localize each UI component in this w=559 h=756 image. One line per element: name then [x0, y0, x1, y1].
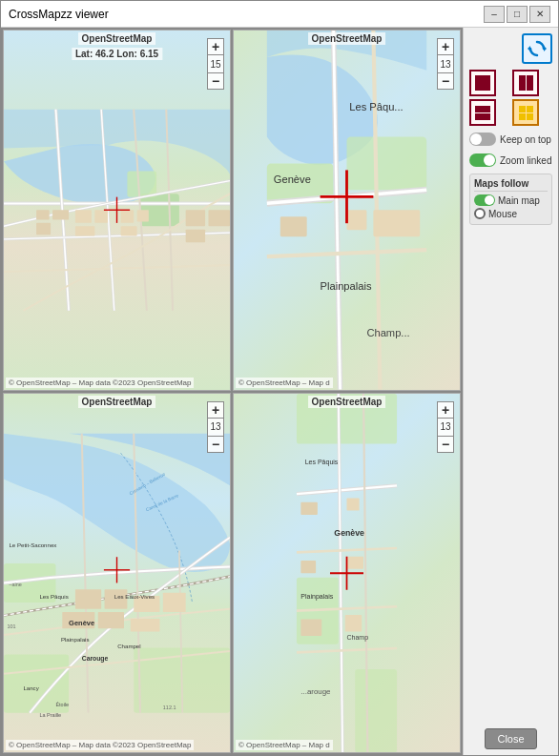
map2-zoom-level: 13 [437, 55, 454, 72]
svg-marker-98 [544, 46, 547, 51]
svg-text:Plainpalais: Plainpalais [300, 592, 333, 600]
svg-line-78 [297, 485, 397, 494]
layout-1x2-button[interactable] [512, 70, 539, 96]
map4-attribution: © OpenStreetMap – Map d [236, 740, 333, 750]
svg-rect-55 [163, 592, 186, 611]
map4-zoom-level: 13 [437, 419, 454, 436]
svg-text:Genève: Genève [69, 618, 94, 626]
map4-zoom-controls: + 13 − [437, 401, 454, 453]
svg-rect-18 [36, 223, 51, 235]
map4-zoom-out[interactable]: − [437, 436, 454, 453]
map3-attribution: © OpenStreetMap – Map data ©2023 OpenStr… [6, 740, 194, 750]
svg-rect-22 [186, 210, 205, 226]
map1-label: Lat: 46.2 Lon: 6.15 [72, 48, 162, 60]
svg-text:Le Petit-Saconnex: Le Petit-Saconnex [9, 541, 56, 548]
svg-rect-14 [94, 210, 108, 223]
map2-attribution: © OpenStreetMap – Map d [236, 378, 333, 388]
map3-zoom-controls: + 13 − [207, 401, 224, 453]
mouse-radio[interactable] [474, 208, 486, 219]
map2-panel[interactable]: Les Pâqu... Genève Plainpalais Champ... … [233, 30, 461, 391]
svg-rect-15 [75, 226, 94, 235]
map1-zoom-out[interactable]: − [207, 72, 224, 90]
svg-text:Carouge: Carouge [82, 655, 109, 663]
main-map-label: Main map [498, 195, 540, 206]
svg-text:...arouge: ...arouge [300, 687, 331, 696]
maps-area: Lat: 46.2 Lon: 6.15 OpenStreetMap + 15 −… [1, 28, 463, 755]
svg-text:Champel: Champel [117, 642, 140, 648]
mouse-radio-row: Mouse [474, 207, 548, 220]
sync-button[interactable] [522, 33, 552, 64]
svg-text:Les Eaux-Vives: Les Eaux-Vives [114, 593, 155, 600]
svg-text:Plainpalais: Plainpalais [61, 635, 90, 642]
svg-text:Les Pâqu...: Les Pâqu... [349, 101, 403, 112]
keep-on-top-label: Keep on top [500, 134, 551, 145]
svg-rect-85 [300, 501, 318, 514]
svg-marker-99 [528, 46, 530, 51]
map3-zoom-out[interactable]: − [207, 436, 224, 453]
map1-panel[interactable]: Lat: 46.2 Lon: 6.15 OpenStreetMap + 15 −… [3, 30, 231, 391]
svg-text:101: 101 [7, 623, 15, 629]
maximize-button[interactable]: □ [507, 6, 528, 23]
svg-text:Plainpalais: Plainpalais [321, 280, 372, 292]
svg-rect-36 [347, 210, 367, 230]
svg-rect-35 [280, 216, 307, 236]
svg-text:–aine: –aine [9, 581, 21, 586]
svg-text:Champ...: Champ... [366, 327, 409, 338]
svg-text:Genève: Genève [274, 174, 311, 185]
zoom-linked-label: Zoom linked [500, 155, 551, 166]
close-button[interactable]: Close [485, 728, 536, 749]
svg-rect-20 [137, 210, 149, 221]
content-area: Lat: 46.2 Lon: 6.15 OpenStreetMap + 15 −… [1, 28, 558, 755]
title-bar: CrossMapzz viewer – □ ✕ [1, 1, 558, 28]
svg-text:Genève: Genève [334, 527, 364, 537]
keep-on-top-toggle[interactable] [469, 133, 496, 146]
mouse-label: Mouse [488, 209, 517, 219]
zoom-linked-toggle[interactable] [469, 153, 496, 167]
main-map-radio-row: Main map [474, 194, 548, 207]
map4-panel[interactable]: Les Pâquis Genève Plainpalais Champ ...a… [233, 393, 461, 754]
svg-rect-23 [209, 210, 230, 226]
map1-zoom-level: 15 [207, 55, 224, 72]
svg-rect-50 [75, 589, 101, 608]
map1-zoom-controls: + 15 − [207, 38, 224, 90]
svg-rect-90 [345, 615, 362, 632]
map4-osm-label: OpenStreetMap [308, 396, 386, 408]
title-bar-buttons: – □ ✕ [484, 6, 550, 23]
zoom-linked-row: Zoom linked [469, 153, 552, 168]
window-close-button[interactable]: ✕ [529, 6, 550, 23]
map3-zoom-in[interactable]: + [207, 401, 224, 419]
svg-rect-88 [347, 556, 364, 568]
svg-rect-37 [373, 210, 420, 236]
svg-rect-21 [121, 226, 137, 235]
maps-follow-section: Maps follow Main map Mouse [469, 174, 552, 225]
main-map-toggle[interactable] [474, 194, 495, 206]
map2-zoom-in[interactable]: + [437, 38, 454, 55]
svg-text:Champ: Champ [347, 634, 369, 642]
layout-buttons [469, 70, 552, 126]
svg-rect-1 [127, 171, 156, 196]
window-title: CrossMapzz viewer [9, 8, 484, 21]
svg-rect-24 [186, 230, 205, 243]
svg-rect-17 [52, 210, 69, 219]
svg-text:Les Pâquis: Les Pâquis [305, 459, 339, 466]
map1-zoom-in[interactable]: + [207, 38, 224, 55]
svg-rect-86 [347, 498, 360, 510]
svg-rect-53 [98, 612, 124, 628]
map2-zoom-out[interactable]: − [437, 72, 454, 90]
map4-zoom-in[interactable]: + [437, 401, 454, 419]
svg-rect-56 [131, 618, 160, 631]
map1-osm-label: OpenStreetMap [78, 32, 156, 45]
svg-text:Lancy: Lancy [23, 684, 39, 690]
layout-1x1-button[interactable] [469, 70, 496, 96]
map3-panel[interactable]: Le Petit-Saconnex Lancy Étoile La Praill… [3, 393, 231, 754]
svg-rect-28 [347, 137, 427, 191]
svg-text:Les Pâquis: Les Pâquis [39, 593, 68, 600]
svg-rect-19 [121, 210, 135, 223]
svg-text:Étoile: Étoile [55, 701, 69, 706]
map3-osm-label: OpenStreetMap [78, 396, 156, 408]
minimize-button[interactable]: – [484, 6, 505, 23]
layout-2x2-button[interactable] [512, 99, 539, 126]
main-window: CrossMapzz viewer – □ ✕ [0, 0, 559, 756]
svg-rect-13 [75, 210, 92, 223]
layout-2x1-button[interactable] [469, 99, 496, 126]
